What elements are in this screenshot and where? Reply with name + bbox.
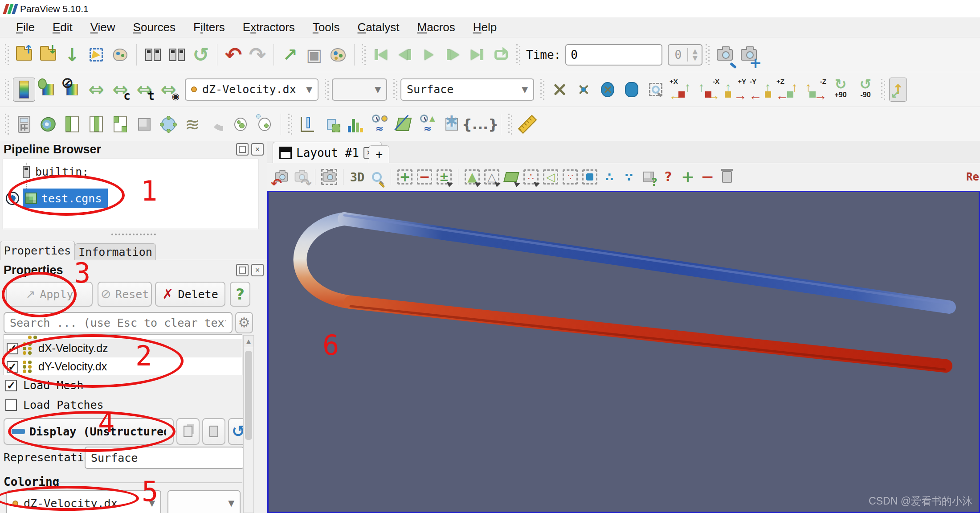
- menu-sources[interactable]: Sources: [125, 20, 184, 35]
- ruler-grip[interactable]: [508, 114, 512, 135]
- interactive-select-cells-button[interactable]: ∴: [600, 167, 618, 187]
- tab-information[interactable]: Information: [75, 243, 156, 260]
- combo-grip[interactable]: [325, 79, 329, 100]
- calculator-filter-button[interactable]: [13, 112, 35, 136]
- scrollbar-up-button[interactable]: ▲: [244, 336, 253, 347]
- set-view-plus-y-button[interactable]: +Y↑→: [722, 77, 747, 102]
- coloring-array-combo[interactable]: dZ-Velocity.dx ▼: [6, 490, 161, 513]
- previous-frame-button[interactable]: [394, 43, 416, 67]
- rotate-90-ccw-button[interactable]: ↺-90: [853, 77, 878, 102]
- capture-screenshot-button[interactable]: [85, 43, 107, 67]
- properties-float-button[interactable]: [236, 264, 249, 276]
- array-checkbox[interactable]: ✓: [7, 361, 18, 373]
- auto-apply-button[interactable]: ▣: [303, 43, 325, 67]
- open-file-button[interactable]: ↑: [13, 43, 35, 67]
- camera-toolbar-grip[interactable]: [706, 44, 710, 66]
- histogram-button[interactable]: [344, 112, 367, 136]
- loop-button[interactable]: [490, 43, 512, 67]
- filters-grip[interactable]: [5, 114, 9, 135]
- select-block-button[interactable]: [581, 167, 599, 187]
- color-component-combo[interactable]: ▼: [332, 78, 387, 101]
- menu-tools[interactable]: Tools: [305, 20, 348, 35]
- menu-file[interactable]: File: [8, 20, 43, 35]
- select-cells-through-button[interactable]: [502, 167, 520, 187]
- camera-grip[interactable]: [540, 79, 544, 100]
- pipeline-item-testcgns[interactable]: test.cgns: [6, 189, 108, 208]
- last-frame-button[interactable]: [466, 43, 488, 67]
- coloring-component-combo[interactable]: ▼: [167, 490, 241, 513]
- group-datasets-filter-button[interactable]: [229, 112, 252, 136]
- properties-scrollbar[interactable]: ▲: [243, 335, 254, 513]
- load-patches-row[interactable]: Load Patches: [5, 398, 104, 411]
- subtract-selection-button[interactable]: −: [416, 167, 433, 187]
- toggle-interaction-mode-button[interactable]: 3D: [348, 167, 366, 187]
- set-view-minus-z-button[interactable]: -Z↑→: [802, 77, 827, 102]
- render-viewport[interactable]: CSDN @爱看书的小沐: [267, 191, 980, 513]
- apply-changes-button[interactable]: ↗: [279, 43, 301, 67]
- clip-filter-button[interactable]: [61, 112, 83, 136]
- disconnect-server-button[interactable]: [166, 43, 188, 67]
- tab-properties[interactable]: Properties: [0, 241, 75, 260]
- pipeline-close-button[interactable]: ×: [251, 143, 264, 156]
- set-view-plus-z-button[interactable]: +Z↑←: [776, 77, 800, 102]
- toggle-selection-button[interactable]: ±: [435, 167, 453, 187]
- representation-combo[interactable]: Surface▼: [400, 78, 534, 101]
- clear-selection-button[interactable]: [718, 167, 736, 187]
- show-orientation-axes-button[interactable]: ↑↓: [889, 78, 907, 102]
- frame-spinbox[interactable]: 0 ▲ ▼: [668, 44, 702, 66]
- copy-display-button[interactable]: [176, 418, 200, 445]
- help-button[interactable]: ?: [230, 282, 250, 307]
- tab-layout-1[interactable]: Layout #1 ×: [273, 142, 382, 163]
- menu-filters[interactable]: Filters: [185, 20, 233, 35]
- load-mesh-row[interactable]: ✓ Load Mesh: [5, 379, 83, 392]
- shrink-selection-button[interactable]: −: [698, 167, 716, 187]
- add-layout-tab[interactable]: +: [369, 145, 389, 163]
- reset-camera-button[interactable]: [548, 78, 571, 102]
- load-mesh-checkbox[interactable]: ✓: [5, 380, 17, 391]
- render-palette-button[interactable]: [109, 43, 131, 67]
- add-selection-button[interactable]: +: [396, 167, 414, 187]
- menu-extractors[interactable]: Extractors: [235, 20, 303, 35]
- color-palette-button[interactable]: [327, 43, 349, 67]
- probe-location-button[interactable]: [296, 112, 318, 136]
- edit-color-map-button[interactable]: [13, 78, 35, 102]
- extract-selection-button[interactable]: [320, 112, 343, 136]
- redo-button[interactable]: ↷: [246, 43, 269, 67]
- set-view-minus-y-button[interactable]: -Y↑←: [749, 77, 774, 102]
- menu-catalyst[interactable]: Catalyst: [350, 20, 408, 35]
- next-frame-button[interactable]: [442, 43, 464, 67]
- dock-splitter-handle[interactable]: [111, 234, 156, 235]
- plot-over-line-button[interactable]: [392, 112, 415, 136]
- plot-selection-over-time-button[interactable]: ▲≈: [416, 112, 439, 136]
- rescale-to-data-range-button[interactable]: ⇔: [85, 78, 107, 102]
- colormap-toolbar-grip[interactable]: [5, 79, 9, 100]
- play-button[interactable]: [418, 43, 440, 67]
- rescale-to-custom-range-button[interactable]: ⇔c: [109, 78, 131, 102]
- glyph-filter-button[interactable]: [157, 112, 180, 136]
- reset-camera-closest-button[interactable]: [596, 78, 619, 102]
- threshold-filter-button[interactable]: [109, 112, 131, 136]
- camera-undo-button[interactable]: ↶: [273, 167, 290, 187]
- array-row-clipped[interactable]: [4, 335, 242, 339]
- select-points-on-surface-button[interactable]: △: [483, 167, 501, 187]
- time-input[interactable]: [565, 44, 662, 66]
- load-state-button[interactable]: ↓: [37, 43, 59, 67]
- reset-session-button[interactable]: ↺: [190, 43, 212, 67]
- stream-tracer-filter-button[interactable]: ≋: [181, 112, 204, 136]
- programmable-filter-button[interactable]: {...}: [465, 112, 496, 136]
- scrollbar-thumb[interactable]: [245, 351, 252, 440]
- connect-server-button[interactable]: [142, 43, 164, 67]
- data-analysis-grip[interactable]: [288, 114, 292, 135]
- reset-button[interactable]: ⊘ Reset: [98, 282, 152, 307]
- display-section-header[interactable]: Display (Unstructured(: [4, 418, 174, 445]
- plot-data-over-time-button[interactable]: ≈: [368, 112, 391, 136]
- select-points-polygon-button[interactable]: ∴: [561, 167, 579, 187]
- paste-display-button[interactable]: [202, 418, 225, 445]
- save-screenshot-button[interactable]: +: [738, 43, 760, 67]
- capture-view-button[interactable]: [320, 167, 338, 187]
- pipeline-item-builtin[interactable]: builtin:: [23, 165, 89, 178]
- temporal-interpolator-button[interactable]: ∗: [441, 112, 463, 136]
- select-cells-on-surface-button[interactable]: ▲: [463, 167, 481, 187]
- select-cells-polygon-button[interactable]: ◁: [542, 167, 559, 187]
- search-options-button[interactable]: ⚙: [235, 312, 253, 333]
